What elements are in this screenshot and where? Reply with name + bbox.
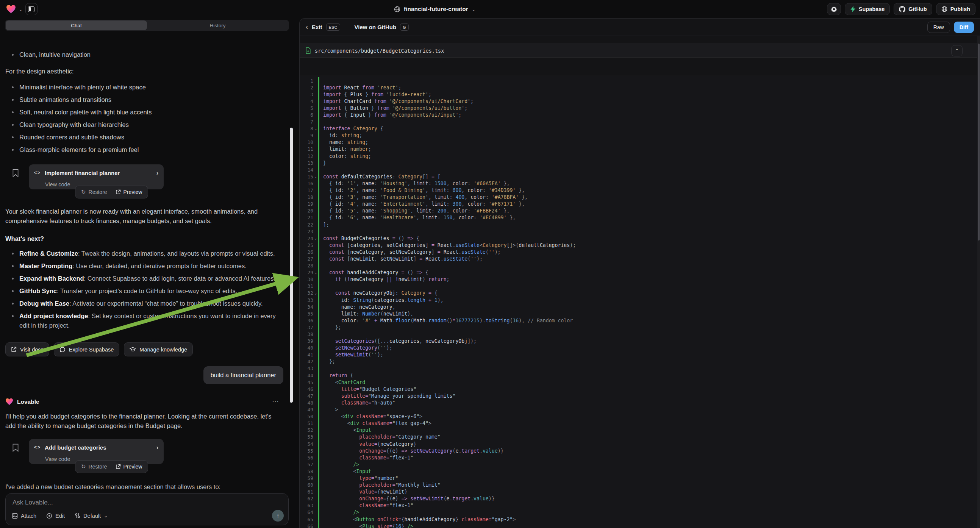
publish-button[interactable]: Publish [936, 3, 975, 15]
code-text: const newCategoryObj: Category = { [323, 290, 438, 296]
bookmark-icon[interactable] [12, 169, 19, 177]
fold-chevron-icon[interactable]: ⌄ [313, 271, 318, 275]
code-line: 40 setNewCategory(''); [300, 345, 980, 351]
diff-toggle-button[interactable]: Diff [954, 22, 974, 33]
diff-added-bar [318, 248, 319, 255]
code-line: 35 limit: Number(newLimit), [300, 310, 980, 317]
fold-chevron-icon[interactable]: ⌄ [313, 291, 318, 295]
exit-button[interactable]: ‹ Exit ESC [306, 23, 340, 31]
lovable-heart-logo[interactable] [6, 5, 16, 14]
tab-history[interactable]: History [147, 21, 288, 30]
diff-added-bar [318, 338, 319, 345]
list-item: Clean, intuitive navigation [5, 50, 283, 59]
settings-button[interactable] [827, 3, 841, 15]
line-number: 49 [300, 407, 313, 412]
project-switcher[interactable]: financial-future-creator ⌄ [394, 0, 476, 18]
code-text: import { Button } from '@/components/ui/… [323, 105, 468, 111]
tab-chat[interactable]: Chat [6, 21, 147, 30]
line-number: 37 [300, 324, 313, 330]
code-text: import React from 'react'; [323, 85, 401, 91]
assistant-name: Lovable [17, 397, 40, 406]
line-number: 64 [300, 509, 313, 515]
raw-toggle-button[interactable]: Raw [928, 22, 950, 33]
manage-knowledge-button[interactable]: Manage knowledge [124, 342, 193, 356]
restore-button[interactable]: ↻ Restore [78, 463, 111, 470]
code-line: 33 id: String(categories.length + 1), [300, 297, 980, 304]
fold-chevron-icon[interactable]: ⌄ [313, 175, 318, 178]
fold-chevron-icon[interactable]: ⌄ [313, 127, 318, 131]
line-number: 2 [300, 85, 313, 91]
bullet-dot [12, 54, 14, 56]
restore-icon: ↻ [81, 189, 86, 196]
github-button[interactable]: GitHub [894, 3, 932, 15]
lovable-avatar [5, 398, 13, 405]
preview-button[interactable]: Preview [112, 464, 146, 470]
line-number: 14 [300, 167, 313, 173]
github-label: GitHub [908, 6, 927, 12]
prompt-input[interactable]: Ask Lovable... [13, 499, 53, 506]
code-text: { id: '1', name: 'Housing', limit: 1500,… [323, 181, 509, 186]
file-path-bar[interactable]: src/components/budget/BudgetCategories.t… [300, 44, 980, 57]
restore-button[interactable]: ↻ Restore [78, 189, 111, 196]
code-text: /> [323, 462, 359, 468]
code-line: 38 [300, 331, 980, 337]
code-text: const [newLimit, setNewLimit] = React.us… [323, 256, 483, 262]
code-line: 56 className="flex-1" [300, 454, 980, 461]
diff-added-bar [318, 91, 319, 98]
collapse-file-button[interactable]: ⌃ [951, 45, 963, 56]
bullet-dot [12, 124, 14, 126]
code-text: value={newCategory} [323, 441, 416, 447]
line-number: 38 [300, 331, 313, 337]
assistant-paragraph: Your sleek financial planner is now read… [5, 207, 283, 226]
supabase-button[interactable]: Supabase [845, 3, 890, 15]
list-item: Master Prompting: Use clear, detailed, a… [5, 261, 283, 271]
line-number: 42 [300, 359, 313, 364]
code-line: 24⌄const BudgetCategories = () => { [300, 235, 980, 242]
visit-docs-button[interactable]: Visit docs [5, 342, 49, 356]
code-line: 57 /> [300, 461, 980, 468]
chat-scroll-area[interactable]: Clean, intuitive navigation For the desi… [0, 40, 288, 488]
code-line: 18 { id: '3', name: 'Transportation', li… [300, 194, 980, 201]
explore-supabase-button[interactable]: Explore Supabase [54, 342, 120, 356]
code-line: 52 <Input [300, 427, 980, 434]
toggle-sidebar-button[interactable] [25, 3, 38, 15]
code-text: } [323, 160, 326, 166]
line-number: 17 [300, 188, 313, 193]
list-item: Glass-morphic elements for a premium fee… [5, 145, 283, 154]
diff-added-bar [318, 132, 319, 139]
code-scrollbar-thumb[interactable] [978, 44, 980, 240]
intro-bullet-list: Clean, intuitive navigation [5, 50, 283, 59]
model-default-selector[interactable]: Default ⌄ [75, 513, 108, 519]
code-line: 66 <Plus size={16} /> [300, 523, 980, 528]
line-number: 23 [300, 229, 313, 234]
line-number: 9 [300, 132, 313, 138]
line-number: 39 [300, 338, 313, 344]
attach-button[interactable]: Attach [12, 513, 37, 519]
code-line: 42 }; [300, 358, 980, 365]
code-text: type="number" [323, 476, 399, 481]
chat-scrollbar-thumb[interactable] [290, 128, 293, 402]
preview-button[interactable]: Preview [112, 189, 146, 195]
diff-added-bar [318, 194, 319, 201]
diff-added-bar [318, 297, 319, 304]
fold-chevron-icon[interactable]: ⌄ [313, 236, 318, 240]
message-menu-button[interactable]: ⋯ [272, 397, 280, 406]
line-number: 3 [300, 92, 313, 97]
code-text: import { Input } from '@/components/ui/i… [323, 112, 461, 118]
code-text: { id: '3', name: 'Transportation', limit… [323, 194, 528, 200]
send-button[interactable]: ↑ [272, 510, 284, 522]
diff-added-bar [318, 180, 319, 187]
prompt-composer[interactable]: Ask Lovable... Attach Edit [5, 493, 289, 525]
diff-added-bar [318, 468, 319, 475]
bullet-dot [12, 111, 14, 113]
line-number: 11 [300, 146, 313, 152]
chevron-down-icon[interactable]: ⌄ [19, 7, 23, 12]
code-editor[interactable]: 12import React from 'react';3import { Pl… [300, 75, 980, 528]
code-line: 19 { id: '4', name: 'Entertainment', lim… [300, 201, 980, 208]
bookmark-icon[interactable] [12, 444, 19, 452]
code-line: 53 placeholder="Category name" [300, 434, 980, 441]
view-on-github-button[interactable]: View on GitHub G [355, 24, 409, 31]
line-number: 30 [300, 277, 313, 282]
edit-button[interactable]: Edit [46, 513, 65, 519]
chevron-down-icon: ⌄ [104, 513, 108, 518]
